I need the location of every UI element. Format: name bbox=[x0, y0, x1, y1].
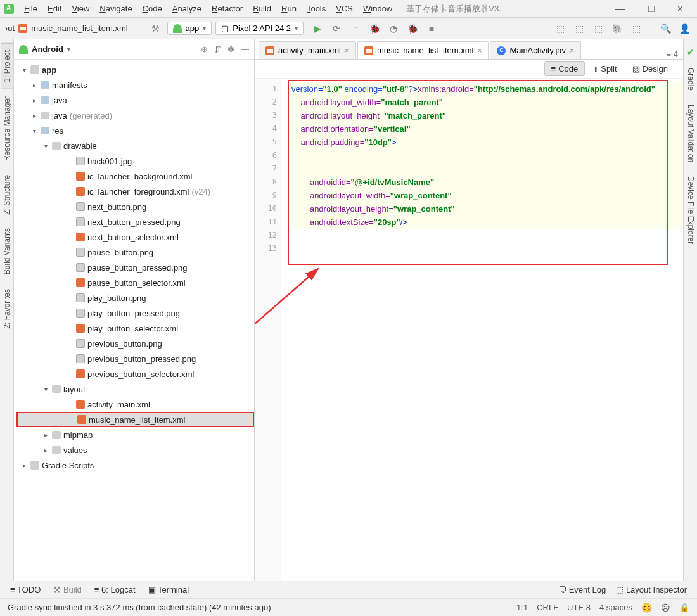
menu-view[interactable]: View bbox=[67, 2, 94, 15]
tool-tab-resource-manager[interactable]: Resource Manager bbox=[1, 89, 13, 168]
split-mode-button[interactable]: ⫿ Split bbox=[587, 62, 623, 75]
maximize-icon[interactable]: □ bbox=[644, 3, 658, 15]
close-tab-icon[interactable]: × bbox=[477, 46, 482, 55]
twisty-icon[interactable] bbox=[42, 447, 49, 454]
tree-pause-button-selector-xml[interactable]: pause_button_selector.xml bbox=[16, 275, 254, 290]
menu-file[interactable]: File bbox=[19, 2, 42, 15]
twisty-icon[interactable] bbox=[42, 143, 49, 150]
search-icon[interactable]: 🔍 bbox=[658, 21, 673, 36]
tab-activity-main-xml[interactable]: activity_main.xml× bbox=[259, 41, 356, 59]
tree-music-name-list-item-xml[interactable]: music_name_list_item.xml bbox=[16, 412, 254, 427]
breadcrumb-file[interactable]: music_name_list_item.xml bbox=[31, 23, 127, 33]
collapse-icon[interactable]: ⇵ bbox=[214, 44, 221, 54]
tree-pause-button-png[interactable]: pause_button.png bbox=[16, 245, 254, 260]
tree-mipmap[interactable]: mipmap bbox=[16, 427, 254, 442]
avd-selector[interactable]: ▢ Pixel 2 API 24 2 ▾ bbox=[215, 22, 304, 35]
hammer-icon[interactable]: ⚒ bbox=[148, 21, 163, 36]
tool-tab-z-structure[interactable]: Z: Structure bbox=[1, 168, 13, 222]
hide-icon[interactable]: — bbox=[241, 44, 249, 54]
tree-layout[interactable]: layout bbox=[16, 382, 254, 397]
menu-run[interactable]: Run bbox=[276, 2, 302, 15]
menu-vcs[interactable]: VCS bbox=[331, 2, 358, 15]
minimize-icon[interactable]: — bbox=[611, 3, 629, 15]
caret-pos[interactable]: 1:1 bbox=[516, 603, 528, 612]
target-icon[interactable]: ⊕ bbox=[201, 44, 208, 54]
tree-pause-button-pressed-png[interactable]: pause_button_pressed.png bbox=[16, 260, 254, 275]
module-selector[interactable]: app ▾ bbox=[167, 22, 212, 35]
indent[interactable]: 4 spaces bbox=[599, 603, 632, 612]
tree-gradle-scripts[interactable]: Gradle Scripts bbox=[16, 458, 254, 473]
encoding[interactable]: UTF-8 bbox=[567, 603, 591, 612]
event-log-tab[interactable]: 🗨 Event Log bbox=[558, 585, 606, 594]
avatar-icon[interactable]: 👤 bbox=[677, 21, 692, 36]
close-tab-icon[interactable]: × bbox=[345, 46, 349, 55]
todo-tab[interactable]: ≡ TODO bbox=[10, 585, 41, 594]
tree-back001-jpg[interactable]: back001.jpg bbox=[16, 153, 254, 169]
sdk-manager-icon[interactable]: ⬚ bbox=[572, 21, 587, 36]
tree-manifests[interactable]: manifests bbox=[16, 77, 254, 93]
twisty-icon[interactable] bbox=[30, 97, 38, 104]
twisty-icon[interactable] bbox=[30, 127, 38, 134]
build-tab[interactable]: ⚒ Build bbox=[53, 585, 82, 594]
tool-tab-layout-validation[interactable]: Layout Validation bbox=[684, 98, 697, 169]
close-tab-icon[interactable]: × bbox=[570, 46, 574, 55]
resource-icon[interactable]: ⬚ bbox=[591, 21, 606, 36]
editor-tab-overflow[interactable]: ≡ 4 bbox=[667, 49, 683, 59]
layout-icon[interactable]: ⬚ bbox=[629, 21, 644, 36]
menu-tools[interactable]: Tools bbox=[302, 2, 331, 15]
menu-navigate[interactable]: Navigate bbox=[94, 2, 137, 15]
sad-face-icon[interactable]: ☹ bbox=[661, 603, 670, 613]
tree-previous-button-pressed-png[interactable]: previous_button_pressed.png bbox=[16, 351, 254, 366]
twisty-icon[interactable] bbox=[20, 67, 28, 74]
tool-tab-gradle[interactable]: Gradle bbox=[684, 61, 697, 98]
gear-icon[interactable]: ✽ bbox=[227, 44, 234, 54]
tool-tab-device-file-explorer[interactable]: Device File Explorer bbox=[684, 169, 697, 251]
twisty-icon[interactable] bbox=[20, 462, 28, 469]
stop-icon[interactable]: ■ bbox=[424, 21, 439, 36]
layout-inspector-tab[interactable]: ⬚ Layout Inspector bbox=[616, 585, 687, 594]
tree-play-button-png[interactable]: play_button.png bbox=[16, 290, 254, 305]
tree-ic-launcher-foreground-xml[interactable]: ic_launcher_foreground.xml (v24) bbox=[16, 184, 254, 199]
design-mode-button[interactable]: ▨ Design bbox=[626, 62, 674, 75]
tree-app[interactable]: app bbox=[16, 62, 254, 77]
menu-edit[interactable]: Edit bbox=[42, 2, 67, 15]
menu-build[interactable]: Build bbox=[248, 2, 276, 15]
tree-play-button-pressed-png[interactable]: play_button_pressed.png bbox=[16, 305, 254, 321]
project-tree[interactable]: appmanifestsjavajava (generated)resdrawa… bbox=[14, 60, 254, 581]
attach-debugger-icon[interactable]: 🐞 bbox=[405, 21, 420, 36]
twisty-icon[interactable] bbox=[30, 82, 38, 89]
tree-res[interactable]: res bbox=[16, 123, 254, 138]
happy-face-icon[interactable]: 😊 bbox=[641, 603, 652, 613]
tree-activity-main-xml[interactable]: activity_main.xml bbox=[16, 397, 254, 412]
sync-icon[interactable]: 🐘 bbox=[610, 21, 625, 36]
apply-code-icon[interactable]: ≡ bbox=[348, 21, 363, 36]
tab-music-name-list-item-xml[interactable]: music_name_list_item.xml× bbox=[357, 41, 489, 59]
debug-icon[interactable]: 🐞 bbox=[367, 21, 382, 36]
panel-view-selector[interactable]: Android ▾ bbox=[19, 44, 70, 54]
tool-tab-2-favorites[interactable]: 2: Favorites bbox=[1, 282, 13, 336]
tab-mainactivity-jav[interactable]: MainActivity.jav× bbox=[490, 41, 581, 59]
twisty-icon[interactable] bbox=[42, 386, 49, 393]
tree-next-button-png[interactable]: next_button.png bbox=[16, 199, 254, 214]
apply-changes-icon[interactable]: ⟳ bbox=[329, 21, 344, 36]
run-icon[interactable]: ▶ bbox=[310, 21, 325, 36]
menu-window[interactable]: Window bbox=[358, 2, 397, 15]
line-sep[interactable]: CRLF bbox=[537, 603, 558, 612]
tree-drawable[interactable]: drawable bbox=[16, 138, 254, 153]
tree-values[interactable]: values bbox=[16, 442, 254, 458]
tree-play-button-selector-xml[interactable]: play_button_selector.xml bbox=[16, 321, 254, 336]
tree-next-button-selector-xml[interactable]: next_button_selector.xml bbox=[16, 229, 254, 245]
tree-previous-button-png[interactable]: previous_button.png bbox=[16, 336, 254, 351]
menu-code[interactable]: Code bbox=[137, 2, 167, 15]
tree-next-button-pressed-png[interactable]: next_button_pressed.png bbox=[16, 214, 254, 229]
avd-manager-icon[interactable]: ⬚ bbox=[553, 21, 568, 36]
menu-refactor[interactable]: Refactor bbox=[207, 2, 248, 15]
code-mode-button[interactable]: ≡ Code bbox=[544, 61, 585, 76]
tree-java[interactable]: java (generated) bbox=[16, 108, 254, 123]
twisty-icon[interactable] bbox=[42, 432, 49, 439]
close-icon[interactable]: × bbox=[674, 3, 687, 15]
tree-previous-button-selector-xml[interactable]: previous_button_selector.xml bbox=[16, 366, 254, 382]
lock-icon[interactable]: 🔒 bbox=[679, 603, 689, 612]
tree-ic-launcher-background-xml[interactable]: ic_launcher_background.xml bbox=[16, 169, 254, 184]
twisty-icon[interactable] bbox=[30, 112, 38, 119]
